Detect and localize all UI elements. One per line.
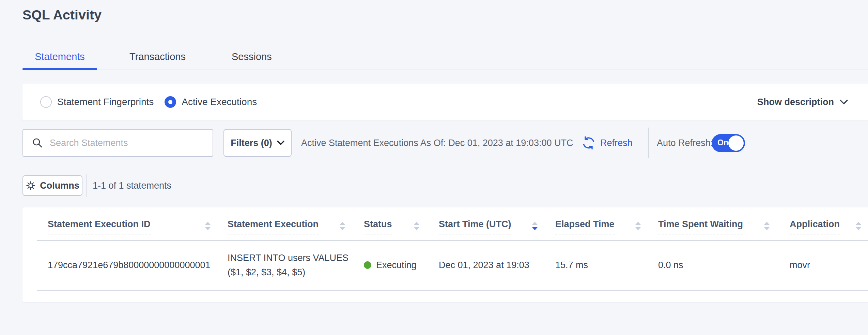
- chevron-down-icon: [839, 99, 848, 105]
- tab-statements[interactable]: Statements: [22, 51, 97, 62]
- toggle-state-label: On: [717, 138, 728, 147]
- column-header-start-time[interactable]: Start Time (UTC): [439, 219, 511, 234]
- radio-label: Statement Fingerprints: [57, 97, 154, 107]
- radio-statement-fingerprints[interactable]: Statement Fingerprints: [40, 96, 154, 108]
- search-icon: [32, 137, 43, 148]
- toggle-knob[interactable]: [728, 135, 744, 151]
- sql-activity-page: SQL Activity Statements Transactions Ses…: [0, 0, 868, 335]
- sort-icon[interactable]: [413, 221, 420, 231]
- page-title: SQL Activity: [22, 8, 102, 23]
- cell-elapsed-time: 15.7 ms: [555, 240, 588, 290]
- auto-refresh-label: Auto Refresh:: [657, 129, 713, 157]
- cell-execution-id: 179cca7921e679b80000000000000001: [48, 240, 210, 290]
- column-header-elapsed-time[interactable]: Elapsed Time: [555, 219, 615, 234]
- columns-button[interactable]: Columns: [22, 175, 82, 196]
- radio-unselected-icon[interactable]: [40, 96, 52, 108]
- table-row[interactable]: 179cca7921e679b80000000000000001 INSERT …: [22, 240, 868, 290]
- cell-application: movr: [790, 240, 810, 290]
- sort-icon[interactable]: [855, 221, 862, 231]
- column-header-statement-execution[interactable]: Statement Execution: [228, 219, 319, 234]
- view-mode-card: Statement Fingerprints Active Executions…: [22, 84, 868, 120]
- as-of-timestamp: Active Statement Executions As Of: Dec 0…: [301, 129, 573, 157]
- column-header-statement-execution-id[interactable]: Statement Execution ID: [48, 219, 151, 234]
- active-tab-indicator: [22, 68, 97, 70]
- sort-icon[interactable]: [204, 221, 211, 231]
- cell-status: Executing: [364, 240, 417, 290]
- column-header-status[interactable]: Status: [364, 219, 392, 234]
- chevron-down-icon: [277, 141, 284, 145]
- cell-start-time: Dec 01, 2023 at 19:03: [439, 240, 529, 290]
- radio-label: Active Executions: [182, 97, 257, 107]
- tab-transactions[interactable]: Transactions: [129, 51, 186, 62]
- sort-icon-active-desc[interactable]: [531, 221, 538, 231]
- results-count: 1-1 of 1 statements: [93, 175, 171, 196]
- show-description-label: Show description: [757, 97, 834, 107]
- search-box[interactable]: [22, 129, 213, 157]
- tabs-divider: [22, 70, 868, 70]
- gear-icon: [26, 180, 36, 191]
- column-header-time-spent-waiting[interactable]: Time Spent Waiting: [658, 219, 743, 234]
- search-input[interactable]: [49, 137, 206, 149]
- cell-time-spent-waiting: 0.0 ns: [658, 240, 683, 290]
- cell-statement[interactable]: INSERT INTO users VALUES ($1, $2, $3, $4…: [228, 240, 348, 290]
- columns-label: Columns: [40, 180, 79, 191]
- sort-icon[interactable]: [763, 221, 770, 231]
- refresh-icon: [582, 136, 595, 150]
- statements-table: Statement Execution ID Statement Executi…: [22, 207, 868, 302]
- vertical-divider: [86, 174, 87, 197]
- radio-selected-icon[interactable]: [165, 96, 176, 108]
- column-header-application[interactable]: Application: [790, 219, 840, 234]
- sort-icon[interactable]: [635, 221, 641, 231]
- vertical-divider: [648, 128, 649, 158]
- refresh-label: Refresh: [600, 138, 633, 148]
- radio-active-executions[interactable]: Active Executions: [165, 96, 257, 108]
- sort-icon[interactable]: [339, 221, 346, 231]
- status-executing-dot: [364, 261, 371, 269]
- tab-sessions[interactable]: Sessions: [232, 51, 272, 62]
- auto-refresh-toggle[interactable]: On: [712, 134, 745, 152]
- filters-button[interactable]: Filters (0): [223, 129, 292, 157]
- refresh-button[interactable]: Refresh: [582, 129, 633, 157]
- show-description-toggle[interactable]: Show description: [757, 97, 848, 107]
- filters-label: Filters (0): [231, 138, 272, 148]
- row-divider: [37, 290, 868, 291]
